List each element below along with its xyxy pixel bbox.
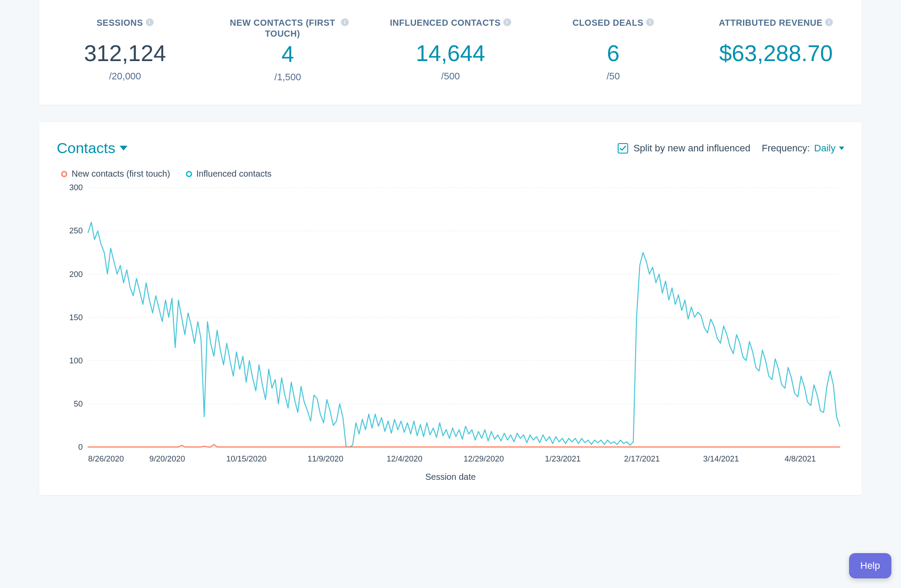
caret-down-icon [839, 147, 844, 150]
info-icon[interactable]: i [146, 18, 154, 26]
legend-swatch-icon [186, 171, 192, 177]
svg-text:150: 150 [69, 313, 83, 322]
kpi-goal: /50 [536, 71, 690, 82]
kpi-label: NEW CONTACTS (FIRST TOUCH) i [227, 17, 349, 39]
info-icon[interactable]: i [341, 18, 349, 26]
kpi-closed-deals: CLOSED DEALS i 6 /50 [532, 17, 695, 83]
svg-text:12/4/2020: 12/4/2020 [387, 454, 423, 463]
frequency-label: Frequency: [762, 143, 810, 154]
legend-item[interactable]: Influenced contacts [186, 169, 272, 179]
kpi-goal: /20,000 [48, 71, 202, 82]
kpi-value: 4 [211, 43, 365, 65]
kpi-revenue: ATTRIBUTED REVENUE i $63,288.70 [695, 17, 857, 83]
kpi-sessions: SESSIONS i 312,124 /20,000 [44, 17, 206, 83]
kpi-value: $63,288.70 [699, 42, 853, 65]
svg-text:300: 300 [69, 183, 83, 192]
chart-card: Contacts Split by new and influenced Fre… [39, 122, 862, 495]
svg-text:8/26/2020: 8/26/2020 [88, 454, 124, 463]
svg-text:4/8/2021: 4/8/2021 [784, 454, 816, 463]
kpi-row: SESSIONS i 312,124 /20,000 NEW CONTACTS … [39, 0, 862, 105]
kpi-card: SESSIONS i 312,124 /20,000 NEW CONTACTS … [39, 0, 862, 105]
svg-text:1/23/2021: 1/23/2021 [545, 454, 581, 463]
legend-label: Influenced contacts [196, 169, 272, 179]
info-icon[interactable]: i [503, 18, 511, 26]
frequency-value: Daily [814, 143, 836, 154]
kpi-label-text: ATTRIBUTED REVENUE [719, 17, 823, 28]
legend-swatch-icon [61, 171, 67, 177]
svg-text:100: 100 [69, 356, 83, 365]
info-icon[interactable]: i [646, 18, 654, 26]
svg-text:10/15/2020: 10/15/2020 [226, 454, 266, 463]
chart-legend: New contacts (first touch) Influenced co… [61, 169, 844, 179]
metric-label: Contacts [57, 140, 115, 157]
split-checkbox[interactable]: Split by new and influenced [618, 143, 750, 154]
kpi-label: ATTRIBUTED REVENUE i [699, 17, 853, 38]
kpi-goal: /500 [374, 71, 528, 82]
svg-text:200: 200 [69, 270, 83, 279]
svg-text:2/17/2021: 2/17/2021 [624, 454, 660, 463]
kpi-label-text: NEW CONTACTS (FIRST TOUCH) [227, 17, 338, 39]
contacts-line-chart: 0501001502002503008/26/20209/20/202010/1… [57, 183, 844, 469]
frequency-dropdown[interactable]: Daily [814, 143, 844, 154]
svg-text:9/20/2020: 9/20/2020 [149, 454, 185, 463]
kpi-influenced: INFLUENCED CONTACTS i 14,644 /500 [369, 17, 532, 83]
checkbox-icon [618, 143, 628, 154]
svg-text:11/9/2020: 11/9/2020 [308, 454, 344, 463]
metric-dropdown[interactable]: Contacts [57, 140, 127, 157]
svg-text:12/29/2020: 12/29/2020 [464, 454, 504, 463]
kpi-label: INFLUENCED CONTACTS i [374, 17, 528, 38]
kpi-label-text: INFLUENCED CONTACTS [390, 17, 501, 28]
x-axis-title: Session date [57, 472, 844, 482]
kpi-value: 6 [536, 42, 690, 65]
chart-header: Contacts Split by new and influenced Fre… [57, 140, 844, 157]
svg-text:0: 0 [78, 442, 83, 451]
kpi-goal: /1,500 [211, 72, 365, 83]
svg-text:50: 50 [74, 399, 83, 408]
legend-label: New contacts (first touch) [72, 169, 170, 179]
kpi-new-contacts: NEW CONTACTS (FIRST TOUCH) i 4 /1,500 [206, 17, 369, 83]
svg-text:3/14/2021: 3/14/2021 [703, 454, 739, 463]
chart-controls: Split by new and influenced Frequency: D… [618, 143, 844, 154]
kpi-label: SESSIONS i [48, 17, 202, 38]
svg-text:250: 250 [69, 226, 83, 235]
legend-item[interactable]: New contacts (first touch) [61, 169, 170, 179]
kpi-label-text: SESSIONS [96, 17, 143, 28]
kpi-value: 312,124 [48, 42, 202, 65]
frequency-control: Frequency: Daily [762, 143, 844, 154]
kpi-value: 14,644 [374, 42, 528, 65]
kpi-label-text: CLOSED DEALS [572, 17, 643, 28]
info-icon[interactable]: i [825, 18, 833, 26]
kpi-label: CLOSED DEALS i [536, 17, 690, 38]
caret-down-icon [120, 146, 127, 150]
split-label: Split by new and influenced [633, 143, 750, 154]
